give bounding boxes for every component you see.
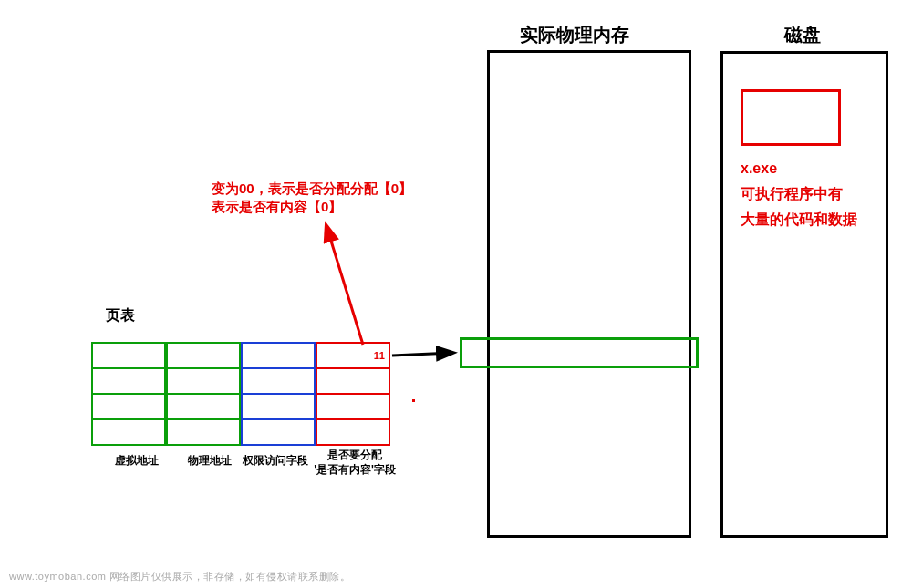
page-table-col-virtual (91, 342, 166, 446)
table-row (92, 343, 165, 368)
col-label-alloc: 是否要分配 '是否有内容'字段 (314, 449, 396, 477)
table-row (167, 394, 240, 419)
table-row (316, 394, 389, 419)
table-row (242, 368, 315, 394)
col-label-physical: 物理地址 (181, 454, 239, 469)
table-row (167, 419, 240, 445)
col-label-virtual: 虚拟地址 (108, 454, 166, 469)
table-row (167, 343, 240, 368)
stray-dot (412, 399, 415, 402)
table-row (92, 394, 165, 419)
physical-memory-title: 实际物理内存 (520, 23, 629, 47)
svg-line-1 (392, 353, 452, 356)
table-row (242, 394, 315, 419)
table-row (92, 368, 165, 394)
flag-cell: 11 (316, 343, 389, 368)
table-row (242, 419, 315, 445)
svg-line-0 (326, 226, 363, 345)
disk-file-label: x.exe (741, 157, 777, 181)
table-row (316, 419, 389, 445)
page-table-col-permission (241, 342, 316, 446)
annotation-line1: 变为00，表示是否分配分配【0】 (212, 179, 412, 198)
table-row (242, 343, 315, 368)
watermark-text: www.toymoban.com 网络图片仅供展示，非存储，如有侵权请联系删除。 (9, 570, 350, 583)
page-table-col-alloc: 11 (316, 342, 390, 446)
annotation-line2: 表示是否有内容【0】 (212, 197, 342, 216)
disk-title: 磁盘 (784, 23, 821, 47)
page-table-col-physical (166, 342, 241, 446)
table-row (167, 368, 240, 394)
table-row (92, 419, 165, 445)
page-table: 11 (91, 342, 390, 446)
disk-desc-line1: 可执行程序中有 (741, 182, 843, 206)
table-row (316, 368, 389, 394)
memory-mapped-slot (460, 337, 699, 368)
table-row: 11 (316, 343, 389, 368)
physical-memory-box (487, 50, 691, 538)
disk-desc-line2: 大量的代码和数据 (741, 208, 857, 232)
col-label-permission: 权限访问字段 (239, 454, 312, 469)
page-table-title: 页表 (106, 306, 135, 325)
disk-file-box (741, 89, 841, 146)
